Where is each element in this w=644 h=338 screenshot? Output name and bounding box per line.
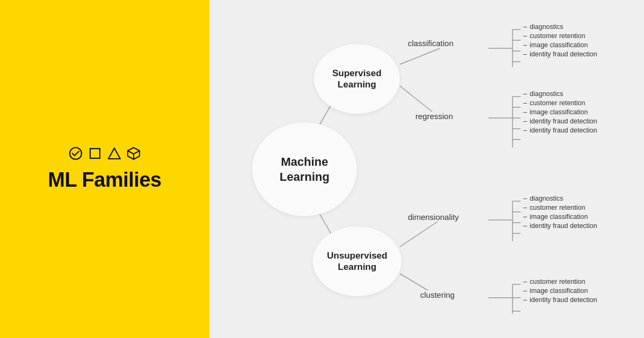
list-item: image classification: [523, 287, 597, 295]
classification-label: classification: [408, 39, 453, 48]
list-item: image classification: [523, 108, 597, 116]
page-title: ML Families: [48, 169, 161, 192]
clustering-label: clustering: [420, 290, 455, 299]
diagram-panel: MachineLearning SupervisedLearning Unsup…: [209, 0, 644, 338]
icons-row: [69, 146, 141, 160]
clustering-list: customer retention image classification …: [523, 278, 597, 304]
svg-line-7: [400, 48, 440, 64]
classification-list: diagnostics customer retention image cla…: [523, 23, 597, 58]
svg-point-0: [70, 148, 82, 159]
square-icon: [88, 146, 102, 160]
checkmark-icon: [69, 146, 83, 160]
list-item: customer retention: [523, 204, 597, 211]
list-item: image classification: [523, 213, 597, 221]
regression-list: diagnostics customer retention image cla…: [523, 90, 597, 134]
unsupervised-learning-ellipse: UnsupervisedLearning: [313, 226, 401, 296]
list-item: identity fraud detection: [523, 50, 597, 58]
list-item: image classification: [523, 41, 597, 49]
list-item: customer retention: [523, 32, 597, 40]
list-item: diagnostics: [523, 90, 597, 98]
regression-label: regression: [415, 112, 453, 121]
dimensionality-label: dimensionality: [408, 212, 459, 222]
left-panel: ML Families: [0, 0, 209, 338]
triangle-icon: [107, 146, 121, 160]
list-item: customer retention: [523, 99, 597, 107]
list-item: identity fraud detection: [523, 296, 597, 304]
machine-learning-ellipse: MachineLearning: [252, 122, 357, 216]
dimensionality-list: diagnostics customer retention image cla…: [523, 195, 597, 230]
cube-icon: [127, 146, 141, 160]
list-item: identity fraud detection: [523, 117, 597, 125]
list-item: identity fraud detection: [523, 222, 597, 230]
svg-line-9: [400, 220, 440, 247]
svg-marker-2: [108, 148, 120, 159]
list-item: customer retention: [523, 278, 597, 285]
list-item: identity fraud detection: [523, 127, 597, 134]
supervised-learning-ellipse: SupervisedLearning: [314, 44, 400, 114]
list-item: diagnostics: [523, 23, 597, 31]
svg-rect-1: [90, 149, 100, 158]
list-item: diagnostics: [523, 195, 597, 202]
